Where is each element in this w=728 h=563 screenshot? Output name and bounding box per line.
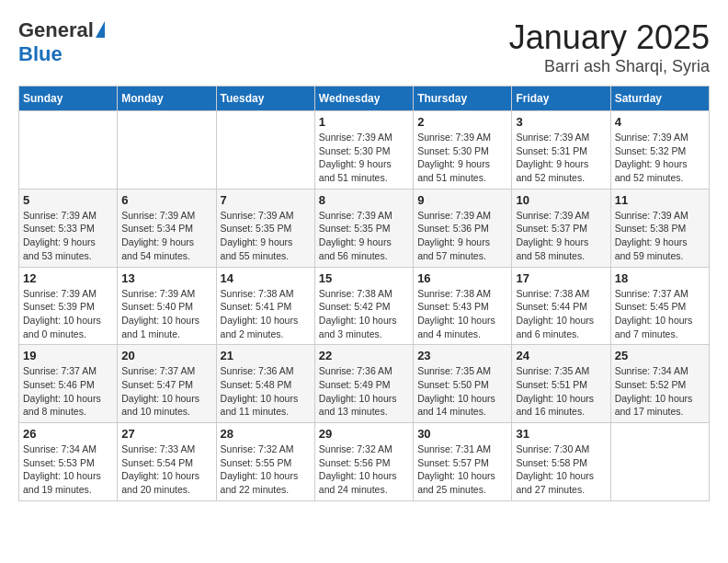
day-number: 25: [615, 349, 705, 362]
day-info: Sunrise: 7:39 AMSunset: 5:40 PMDaylight:…: [121, 287, 211, 341]
day-number: 2: [417, 115, 507, 129]
day-number: 16: [417, 271, 507, 285]
day-info: Sunrise: 7:36 AMSunset: 5:49 PMDaylight:…: [319, 364, 409, 419]
day-info: Sunrise: 7:30 AMSunset: 5:58 PMDaylight:…: [516, 442, 606, 497]
calendar-table: SundayMondayTuesdayWednesdayThursdayFrid…: [18, 86, 710, 501]
title-block: January 2025 Barri ash Sharqi, Syria: [509, 18, 710, 76]
weekday-header-cell: Saturday: [610, 86, 709, 111]
location-title: Barri ash Sharqi, Syria: [509, 57, 710, 76]
day-info: Sunrise: 7:33 AMSunset: 5:54 PMDaylight:…: [121, 442, 211, 497]
day-number: 15: [319, 271, 409, 285]
day-number: 20: [121, 349, 211, 362]
day-number: 8: [319, 193, 409, 207]
day-info: Sunrise: 7:34 AMSunset: 5:52 PMDaylight:…: [615, 364, 705, 419]
day-info: Sunrise: 7:35 AMSunset: 5:51 PMDaylight:…: [516, 364, 606, 419]
day-info: Sunrise: 7:37 AMSunset: 5:45 PMDaylight:…: [615, 287, 705, 341]
weekday-header-cell: Sunday: [19, 86, 118, 111]
calendar-day-cell: 24Sunrise: 7:35 AMSunset: 5:51 PMDayligh…: [512, 345, 610, 423]
logo: General Blue: [18, 18, 105, 66]
day-info: Sunrise: 7:35 AMSunset: 5:50 PMDaylight:…: [417, 364, 507, 419]
day-info: Sunrise: 7:39 AMSunset: 5:38 PMDaylight:…: [615, 209, 705, 263]
day-number: 12: [23, 271, 113, 285]
day-number: 21: [221, 349, 311, 362]
calendar-day-cell: 1Sunrise: 7:39 AMSunset: 5:30 PMDaylight…: [314, 111, 413, 190]
day-info: Sunrise: 7:39 AMSunset: 5:34 PMDaylight:…: [121, 209, 211, 263]
day-info: Sunrise: 7:38 AMSunset: 5:42 PMDaylight:…: [319, 287, 409, 341]
day-number: 27: [121, 427, 211, 441]
day-number: 13: [121, 271, 211, 285]
day-number: 3: [516, 115, 606, 129]
weekday-header-cell: Tuesday: [216, 86, 314, 111]
day-info: Sunrise: 7:39 AMSunset: 5:30 PMDaylight:…: [417, 131, 507, 185]
calendar-week-row: 26Sunrise: 7:34 AMSunset: 5:53 PMDayligh…: [19, 423, 710, 501]
calendar-week-row: 1Sunrise: 7:39 AMSunset: 5:30 PMDaylight…: [19, 111, 710, 190]
day-info: Sunrise: 7:38 AMSunset: 5:44 PMDaylight:…: [516, 287, 606, 341]
day-number: 29: [319, 427, 409, 441]
calendar-day-cell: 2Sunrise: 7:39 AMSunset: 5:30 PMDaylight…: [414, 111, 512, 190]
day-number: 4: [615, 115, 705, 129]
calendar-day-cell: 6Sunrise: 7:39 AMSunset: 5:34 PMDaylight…: [118, 189, 216, 267]
day-info: Sunrise: 7:39 AMSunset: 5:36 PMDaylight:…: [417, 209, 507, 263]
day-number: 5: [23, 193, 113, 207]
day-number: 28: [221, 427, 311, 441]
day-info: Sunrise: 7:37 AMSunset: 5:46 PMDaylight:…: [23, 364, 113, 419]
calendar-day-cell: 12Sunrise: 7:39 AMSunset: 5:39 PMDayligh…: [19, 267, 118, 345]
day-number: 24: [516, 349, 606, 362]
calendar-day-cell: 26Sunrise: 7:34 AMSunset: 5:53 PMDayligh…: [19, 423, 118, 501]
day-number: 6: [121, 193, 211, 207]
calendar-day-cell: [216, 111, 314, 190]
calendar-day-cell: 5Sunrise: 7:39 AMSunset: 5:33 PMDaylight…: [19, 189, 118, 267]
calendar-day-cell: 17Sunrise: 7:38 AMSunset: 5:44 PMDayligh…: [512, 267, 610, 345]
calendar-day-cell: 14Sunrise: 7:38 AMSunset: 5:41 PMDayligh…: [216, 267, 314, 345]
calendar-day-cell: 31Sunrise: 7:30 AMSunset: 5:58 PMDayligh…: [512, 423, 610, 501]
calendar-day-cell: 9Sunrise: 7:39 AMSunset: 5:36 PMDaylight…: [414, 189, 512, 267]
day-number: 14: [221, 271, 311, 285]
calendar-day-cell: 10Sunrise: 7:39 AMSunset: 5:37 PMDayligh…: [512, 189, 610, 267]
day-info: Sunrise: 7:37 AMSunset: 5:47 PMDaylight:…: [121, 364, 211, 419]
weekday-header-cell: Friday: [512, 86, 610, 111]
day-number: 1: [319, 115, 409, 129]
day-info: Sunrise: 7:32 AMSunset: 5:56 PMDaylight:…: [319, 442, 409, 497]
calendar-day-cell: [19, 111, 118, 190]
calendar-week-row: 19Sunrise: 7:37 AMSunset: 5:46 PMDayligh…: [19, 345, 710, 423]
day-info: Sunrise: 7:39 AMSunset: 5:37 PMDaylight:…: [516, 209, 606, 263]
day-info: Sunrise: 7:39 AMSunset: 5:31 PMDaylight:…: [516, 131, 606, 185]
weekday-header-row: SundayMondayTuesdayWednesdayThursdayFrid…: [19, 86, 710, 111]
calendar-day-cell: [118, 111, 216, 190]
day-info: Sunrise: 7:38 AMSunset: 5:41 PMDaylight:…: [221, 287, 311, 341]
day-number: 30: [417, 427, 507, 441]
month-title: January 2025: [509, 18, 710, 57]
calendar-day-cell: 13Sunrise: 7:39 AMSunset: 5:40 PMDayligh…: [118, 267, 216, 345]
logo-blue-text: Blue: [18, 42, 63, 66]
calendar-day-cell: 25Sunrise: 7:34 AMSunset: 5:52 PMDayligh…: [610, 345, 709, 423]
calendar-day-cell: 7Sunrise: 7:39 AMSunset: 5:35 PMDaylight…: [216, 189, 314, 267]
day-number: 10: [516, 193, 606, 207]
calendar-week-row: 5Sunrise: 7:39 AMSunset: 5:33 PMDaylight…: [19, 189, 710, 267]
day-number: 23: [417, 349, 507, 362]
day-info: Sunrise: 7:31 AMSunset: 5:57 PMDaylight:…: [417, 442, 507, 497]
day-number: 31: [516, 427, 606, 441]
page-header: General Blue January 2025 Barri ash Shar…: [18, 18, 710, 76]
day-info: Sunrise: 7:39 AMSunset: 5:35 PMDaylight:…: [221, 209, 311, 263]
calendar-day-cell: 15Sunrise: 7:38 AMSunset: 5:42 PMDayligh…: [314, 267, 413, 345]
calendar-day-cell: 30Sunrise: 7:31 AMSunset: 5:57 PMDayligh…: [414, 423, 512, 501]
weekday-header-cell: Wednesday: [314, 86, 413, 111]
day-number: 22: [319, 349, 409, 362]
calendar-day-cell: 16Sunrise: 7:38 AMSunset: 5:43 PMDayligh…: [414, 267, 512, 345]
day-number: 17: [516, 271, 606, 285]
calendar-day-cell: 22Sunrise: 7:36 AMSunset: 5:49 PMDayligh…: [314, 345, 413, 423]
day-info: Sunrise: 7:39 AMSunset: 5:30 PMDaylight:…: [319, 131, 409, 185]
calendar-body: 1Sunrise: 7:39 AMSunset: 5:30 PMDaylight…: [19, 111, 710, 501]
day-info: Sunrise: 7:36 AMSunset: 5:48 PMDaylight:…: [221, 364, 311, 419]
calendar-day-cell: 20Sunrise: 7:37 AMSunset: 5:47 PMDayligh…: [118, 345, 216, 423]
calendar-day-cell: 11Sunrise: 7:39 AMSunset: 5:38 PMDayligh…: [610, 189, 709, 267]
calendar-day-cell: 27Sunrise: 7:33 AMSunset: 5:54 PMDayligh…: [118, 423, 216, 501]
calendar-day-cell: 21Sunrise: 7:36 AMSunset: 5:48 PMDayligh…: [216, 345, 314, 423]
calendar-day-cell: 23Sunrise: 7:35 AMSunset: 5:50 PMDayligh…: [414, 345, 512, 423]
calendar-day-cell: 3Sunrise: 7:39 AMSunset: 5:31 PMDaylight…: [512, 111, 610, 190]
day-info: Sunrise: 7:39 AMSunset: 5:39 PMDaylight:…: [23, 287, 113, 341]
calendar-day-cell: [610, 423, 709, 501]
weekday-header-cell: Thursday: [414, 86, 512, 111]
calendar-day-cell: 4Sunrise: 7:39 AMSunset: 5:32 PMDaylight…: [610, 111, 709, 190]
day-info: Sunrise: 7:32 AMSunset: 5:55 PMDaylight:…: [221, 442, 311, 497]
